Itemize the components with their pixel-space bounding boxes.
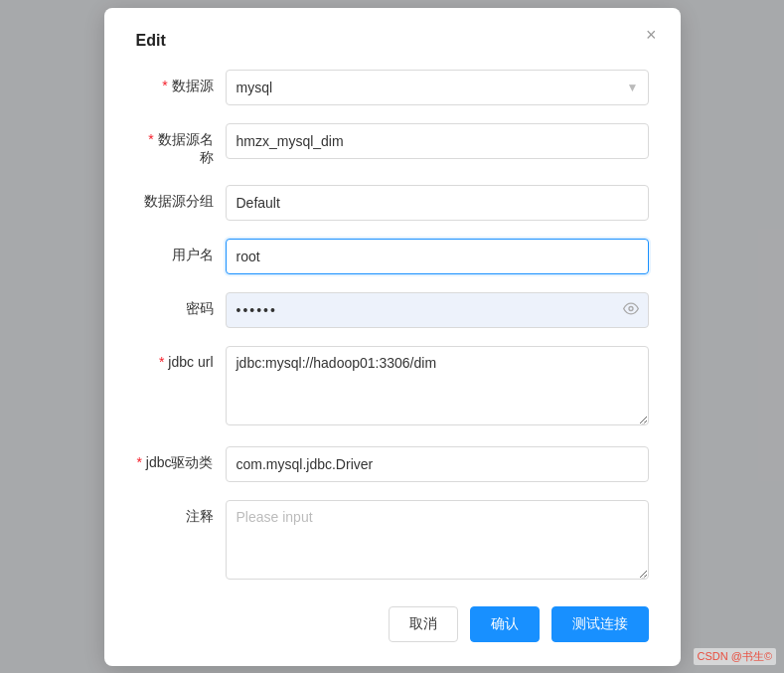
datasource-group-control — [226, 185, 649, 221]
cancel-button[interactable]: 取消 — [389, 606, 458, 642]
username-input[interactable] — [226, 239, 649, 274]
close-button[interactable]: × — [642, 24, 661, 46]
jdbc-url-textarea[interactable]: jdbc:mysql://hadoop01:3306/dim — [226, 346, 649, 425]
password-input[interactable] — [226, 292, 649, 328]
datasource-group-label: 数据源分组 — [136, 185, 226, 211]
watermark: CSDN @书生© — [694, 648, 777, 665]
edit-dialog: Edit × 数据源 mysql postgresql oracle ▼ 数据源… — [104, 8, 681, 666]
datasource-control: mysql postgresql oracle ▼ — [226, 70, 649, 105]
svg-point-0 — [629, 306, 633, 310]
jdbc-url-control: jdbc:mysql://hadoop01:3306/dim ⌟ — [226, 346, 649, 428]
datasource-name-row: 数据源名称 — [136, 123, 649, 167]
comment-label: 注释 — [136, 500, 226, 526]
datasource-row: 数据源 mysql postgresql oracle ▼ — [136, 70, 649, 105]
username-row: 用户名 — [136, 239, 649, 274]
datasource-label: 数据源 — [136, 70, 226, 95]
jdbc-url-textarea-wrapper: jdbc:mysql://hadoop01:3306/dim ⌟ — [226, 346, 649, 428]
jdbc-driver-label: jdbc驱动类 — [136, 446, 226, 472]
dialog-title: Edit — [136, 32, 649, 50]
datasource-group-row: 数据源分组 — [136, 185, 649, 221]
comment-row: 注释 ⌟ — [136, 500, 649, 583]
dialog-footer: 取消 确认 测试连接 — [136, 606, 649, 642]
comment-control: ⌟ — [226, 500, 649, 583]
datasource-group-input[interactable] — [226, 185, 649, 221]
test-connection-button[interactable]: 测试连接 — [551, 606, 649, 642]
datasource-name-input[interactable] — [226, 123, 649, 159]
datasource-select[interactable]: mysql postgresql oracle — [226, 70, 649, 105]
password-control — [226, 292, 649, 328]
username-control — [226, 239, 649, 274]
username-label: 用户名 — [136, 239, 226, 264]
datasource-select-wrapper: mysql postgresql oracle ▼ — [226, 70, 649, 105]
comment-textarea[interactable] — [226, 500, 649, 580]
jdbc-driver-row: jdbc驱动类 — [136, 446, 649, 482]
password-row: 密码 — [136, 292, 649, 328]
jdbc-url-label: jdbc url — [136, 346, 226, 370]
jdbc-url-row: jdbc url jdbc:mysql://hadoop01:3306/dim … — [136, 346, 649, 428]
datasource-name-label: 数据源名称 — [136, 123, 226, 167]
datasource-name-control — [226, 123, 649, 159]
jdbc-driver-input[interactable] — [226, 446, 649, 482]
jdbc-driver-control — [226, 446, 649, 482]
eye-icon[interactable] — [623, 300, 639, 319]
comment-textarea-wrapper: ⌟ — [226, 500, 649, 583]
confirm-button[interactable]: 确认 — [470, 606, 540, 642]
dialog-overlay: Edit × 数据源 mysql postgresql oracle ▼ 数据源… — [0, 0, 784, 673]
password-wrapper — [226, 292, 649, 328]
password-label: 密码 — [136, 292, 226, 318]
